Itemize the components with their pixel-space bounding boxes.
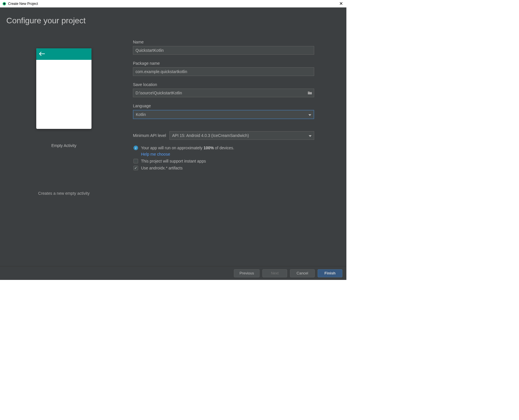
svg-point-1	[3, 3, 5, 5]
field-api: Minimum API level API 15: Android 4.0.3 …	[133, 131, 314, 140]
name-input[interactable]: QuickstartKotlin	[133, 46, 314, 55]
cancel-button[interactable]: Cancel	[290, 269, 315, 277]
page-title: Configure your project	[6, 16, 340, 25]
language-label: Language	[133, 104, 314, 108]
activity-preview	[36, 48, 91, 129]
api-info-prefix: Your app will run on approximately	[141, 146, 203, 150]
info-icon: i	[133, 146, 138, 150]
field-location: Save location D:\source\QuickstartKotlin	[133, 82, 314, 97]
api-info: i Your app will run on approximately 100…	[133, 146, 314, 150]
api-info-text: Your app will run on approximately 100% …	[141, 146, 234, 150]
body: Empty Activity Creates a new empty activ…	[6, 40, 340, 196]
field-name: Name QuickstartKotlin	[133, 40, 314, 55]
finish-button[interactable]: Finish	[318, 269, 342, 277]
close-icon[interactable]: ✕	[338, 1, 344, 6]
titlebar-left: Create New Project	[2, 2, 38, 6]
api-value: API 15: Android 4.0.3 (IceCreamSandwich)	[172, 133, 249, 138]
name-label: Name	[133, 40, 314, 44]
help-me-choose-link[interactable]: Help me choose	[141, 152, 314, 156]
titlebar: Create New Project ✕	[0, 0, 346, 7]
field-language: Language Kotlin	[133, 104, 314, 119]
form-column: Name QuickstartKotlin Package name com.e…	[133, 40, 340, 196]
package-input[interactable]: com.example.quickstartkotlin	[133, 67, 314, 76]
chevron-down-icon	[309, 133, 312, 138]
androidx-checkbox[interactable]	[133, 166, 138, 170]
field-package: Package name com.example.quickstartkotli…	[133, 61, 314, 76]
name-value: QuickstartKotlin	[136, 48, 164, 53]
preview-description: Creates a new empty activity	[38, 191, 90, 196]
previous-button[interactable]: Previous	[234, 269, 260, 277]
footer: Previous Next Cancel Finish	[0, 266, 346, 280]
language-select[interactable]: Kotlin	[133, 110, 314, 119]
window-title: Create New Project	[8, 2, 38, 6]
preview-column: Empty Activity Creates a new empty activ…	[6, 40, 121, 196]
language-value: Kotlin	[136, 112, 146, 117]
package-label: Package name	[133, 61, 314, 66]
preview-label: Empty Activity	[51, 143, 76, 148]
android-studio-icon	[2, 2, 6, 6]
preview-appbar	[36, 48, 91, 60]
androidx-row: Use androidx.* artifacts	[133, 166, 314, 170]
location-value: D:\source\QuickstartKotlin	[136, 91, 182, 95]
window: Create New Project ✕ Configure your proj…	[0, 0, 346, 280]
instant-apps-checkbox[interactable]	[133, 159, 138, 163]
main: Configure your project Empty Activity	[0, 7, 346, 280]
back-arrow-icon	[39, 51, 45, 57]
api-select[interactable]: API 15: Android 4.0.3 (IceCreamSandwich)	[169, 131, 314, 140]
next-button[interactable]: Next	[262, 269, 287, 277]
instant-apps-row: This project will support instant apps	[133, 159, 314, 163]
content: Configure your project Empty Activity	[0, 7, 346, 266]
location-input[interactable]: D:\source\QuickstartKotlin	[133, 89, 314, 97]
instant-apps-label: This project will support instant apps	[141, 159, 206, 163]
location-label: Save location	[133, 82, 314, 87]
api-label: Minimum API level	[133, 133, 166, 138]
api-info-percent: 100%	[203, 146, 214, 150]
androidx-label: Use androidx.* artifacts	[141, 166, 183, 170]
api-info-suffix: of devices.	[214, 146, 234, 150]
chevron-down-icon	[308, 112, 311, 117]
folder-icon[interactable]	[308, 91, 312, 96]
package-value: com.example.quickstartkotlin	[136, 69, 187, 74]
